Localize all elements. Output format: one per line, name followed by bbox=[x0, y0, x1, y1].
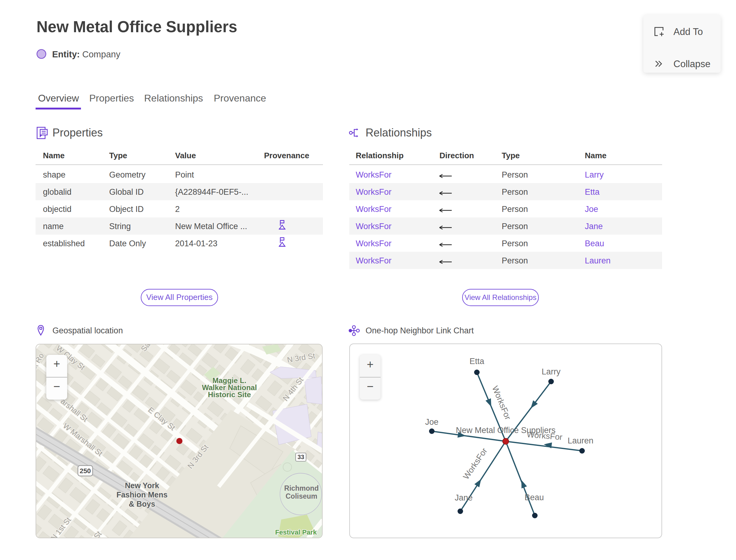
svg-text:WorksFor: WorksFor bbox=[461, 446, 489, 481]
svg-text:Beau: Beau bbox=[524, 493, 544, 502]
svg-text:Richmond: Richmond bbox=[284, 484, 319, 492]
svg-text:Etta: Etta bbox=[470, 357, 485, 366]
svg-text:Jane: Jane bbox=[455, 493, 473, 502]
svg-text:Lauren: Lauren bbox=[568, 436, 593, 445]
svg-text:WorksFor: WorksFor bbox=[490, 385, 513, 421]
svg-text:& Boys: & Boys bbox=[129, 500, 155, 508]
svg-text:Fashion Mens: Fashion Mens bbox=[117, 490, 168, 499]
svg-text:Festival Park: Festival Park bbox=[275, 528, 317, 536]
svg-text:Larry: Larry bbox=[542, 367, 561, 376]
svg-text:Historic Site: Historic Site bbox=[208, 390, 251, 399]
svg-text:33: 33 bbox=[297, 454, 304, 460]
svg-text:New Metal Office Suppliers: New Metal Office Suppliers bbox=[456, 426, 555, 435]
svg-text:250: 250 bbox=[80, 467, 91, 475]
svg-text:Coliseum: Coliseum bbox=[286, 492, 317, 500]
svg-text:New York: New York bbox=[125, 481, 159, 490]
svg-text:Joe: Joe bbox=[425, 417, 439, 427]
